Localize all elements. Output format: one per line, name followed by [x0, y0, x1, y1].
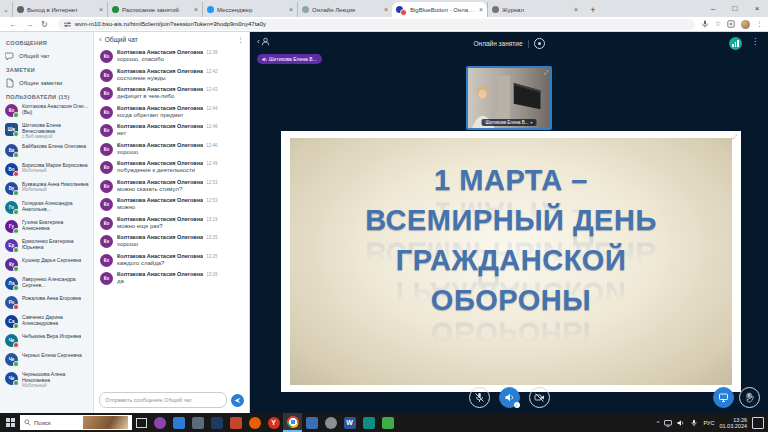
user-list-item[interactable]: Ро Рожалова Анна Егоровна: [5, 295, 89, 311]
user-list-item[interactable]: Го Голядкая Александра Анатольев...: [5, 200, 89, 216]
back-icon[interactable]: ←: [9, 20, 17, 29]
send-message-button[interactable]: [231, 394, 244, 407]
message-sender: Колтакова Анастасия Олеговна: [117, 179, 203, 185]
user-list-item[interactable]: Бу Буквацова Анна Николаевна Мобильный: [5, 181, 89, 197]
chat-back-icon[interactable]: ‹: [99, 35, 102, 44]
recording-indicator-icon[interactable]: [534, 38, 545, 49]
tab-search-icon[interactable]: ⌄: [0, 2, 12, 17]
share-webcam-button[interactable]: [529, 387, 550, 408]
user-list-item[interactable]: Шв Шитикова Елена Вячеславовна с Веб кам…: [5, 122, 89, 140]
taskbar-app-chrome[interactable]: [283, 413, 302, 432]
bookmark-star-icon[interactable]: ☆: [715, 20, 721, 28]
raise-hand-button[interactable]: [739, 387, 760, 408]
user-list-item[interactable]: Че Чебыкина Вера Игоревна: [5, 333, 89, 349]
user-list-item[interactable]: Гу Гузина Екатерина Алексеевна: [5, 219, 89, 235]
user-list-item[interactable]: Бо Борисова Мария Борисовна Мобильный: [5, 162, 89, 178]
taskbar-app-green[interactable]: [378, 413, 397, 432]
user-list-item[interactable]: Че Черных Елена Сергеевна: [5, 352, 89, 368]
user-list-item[interactable]: Ку Кушнир Дарья Сергеевна: [5, 257, 89, 273]
user-status-badge-icon: [13, 304, 20, 311]
user-list-item[interactable]: Че Чернышова Алена Николаевна Мобильный: [5, 371, 89, 389]
options-menu-icon[interactable]: ⋮: [751, 37, 759, 46]
taskbar-app-explorer[interactable]: [302, 413, 321, 432]
mic-permission-icon[interactable]: [701, 20, 709, 28]
new-tab-button[interactable]: +: [586, 3, 600, 17]
forward-icon[interactable]: →: [25, 20, 33, 29]
taskbar-clock[interactable]: 13:26 01.03.2024: [719, 417, 747, 429]
tray-expand-icon[interactable]: ^: [657, 420, 660, 426]
presentation-slide[interactable]: ⤢ 1 МАРТА – ВСЕМИРНЫЙ ДЕНЬ ГРАЖДАНСКОЙ О…: [281, 131, 741, 392]
address-bar[interactable]: wvm-m10.bsu-ais.ru/html5client/join?sess…: [58, 19, 695, 30]
taskbar-app-media[interactable]: [150, 413, 169, 432]
user-status-badge-icon: [13, 228, 20, 235]
tab-title: BigBlueButton - Онлайн за: [410, 7, 477, 13]
tab-close-icon[interactable]: ×: [574, 6, 578, 13]
network-icon[interactable]: [664, 419, 672, 427]
webcam-name-label[interactable]: Шитикова Елена В...▾: [482, 119, 537, 126]
chevron-down-icon: ▾: [530, 120, 532, 125]
search-icon: [24, 419, 31, 426]
volume-icon[interactable]: [677, 419, 685, 427]
notes-header: ЗАМЕТКИ: [6, 67, 89, 73]
start-button[interactable]: [0, 413, 20, 432]
chat-message-input[interactable]: Отправить сообщение Общий чат: [99, 392, 227, 408]
browser-tab[interactable]: Онлайн Лекция ×: [297, 2, 392, 17]
audio-settings-button[interactable]: ✓: [499, 387, 520, 408]
user-status-badge-icon: [13, 112, 20, 119]
taskbar-app-messenger[interactable]: [169, 413, 188, 432]
reload-icon[interactable]: ↻: [41, 20, 48, 29]
webcam-video[interactable]: ⤢ Шитикова Елена В...▾: [466, 66, 552, 130]
browser-tab[interactable]: Расписание занятий ×: [107, 2, 202, 17]
browser-tab[interactable]: Выход в Интернет ×: [12, 2, 107, 17]
taskbar-app-photos[interactable]: [226, 413, 245, 432]
chat-options-icon[interactable]: ⋮: [237, 36, 244, 44]
user-list-item[interactable]: Ла Лавруенко Александра Сергеев...: [5, 276, 89, 292]
sidebar-item-shared-notes[interactable]: Общие заметки: [5, 76, 89, 90]
tab-close-icon[interactable]: ×: [384, 6, 388, 13]
user-list-item[interactable]: Са Савченко Дарина Александровна: [5, 314, 89, 330]
window-close-button[interactable]: ×: [746, 0, 768, 17]
browser-menu-icon[interactable]: ⋮: [756, 20, 763, 28]
task-view-button[interactable]: [132, 418, 150, 428]
tab-close-icon[interactable]: ×: [194, 6, 198, 13]
user-list-item[interactable]: Ко Колтакова Анастасия Олег... (Вы): [5, 103, 89, 119]
tab-close-icon[interactable]: ×: [99, 6, 103, 13]
connection-status-icon[interactable]: [729, 37, 742, 50]
taskbar-app-gimp[interactable]: [321, 413, 340, 432]
taskbar-app-word[interactable]: W: [340, 413, 359, 432]
site-info-icon[interactable]: [64, 21, 71, 28]
slide-minimize-icon[interactable]: ⤢: [732, 134, 737, 141]
action-bar: ✓: [250, 387, 768, 408]
taskbar-app-calculator[interactable]: [188, 413, 207, 432]
window-maximize-button[interactable]: □: [724, 0, 746, 17]
screenshare-button[interactable]: [713, 387, 734, 408]
language-indicator[interactable]: РУС: [703, 420, 714, 426]
webcam-fullscreen-icon[interactable]: ⤢: [544, 69, 548, 76]
install-icon[interactable]: [727, 20, 735, 28]
taskbar-app-yandex[interactable]: Y: [264, 413, 283, 432]
sidebar-item-public-chat[interactable]: Общий чат: [5, 49, 89, 63]
taskbar-app-mail[interactable]: [207, 413, 226, 432]
browser-tab[interactable]: Мессенджер ×: [202, 2, 297, 17]
notification-center-icon[interactable]: [752, 417, 764, 429]
taskbar: Поиск: [0, 413, 768, 432]
user-status-badge-icon: [13, 152, 20, 159]
browser-tab[interactable]: BigBlueButton - Онлайн за ×: [392, 2, 487, 17]
search-highlight-image[interactable]: [83, 416, 129, 429]
user-list-item[interactable]: Ер Ермоленко Екатерина Юрьевна: [5, 238, 89, 254]
tray-mic-icon[interactable]: [690, 419, 698, 427]
taskbar-app-firefox[interactable]: [245, 413, 264, 432]
user-name: Кушнир Дарья Сергеевна: [22, 257, 81, 263]
message-sender: Колтакова Анастасия Олеговна: [117, 105, 203, 111]
profile-avatar[interactable]: [741, 20, 750, 29]
message-avatar: Ко: [100, 143, 113, 156]
window-minimize-button[interactable]: –: [702, 0, 724, 17]
talking-indicator-badge[interactable]: Шитикова Елена В...: [257, 54, 322, 64]
tab-close-icon[interactable]: ×: [479, 6, 483, 13]
mute-microphone-button[interactable]: [469, 387, 490, 408]
browser-tab[interactable]: Журнал ×: [487, 2, 582, 17]
user-list-item[interactable]: Ба Байбакова Елена Олеговна: [5, 143, 89, 159]
tab-close-icon[interactable]: ×: [289, 6, 293, 13]
taskbar-search[interactable]: Поиск: [20, 415, 132, 430]
taskbar-app-teal[interactable]: [359, 413, 378, 432]
